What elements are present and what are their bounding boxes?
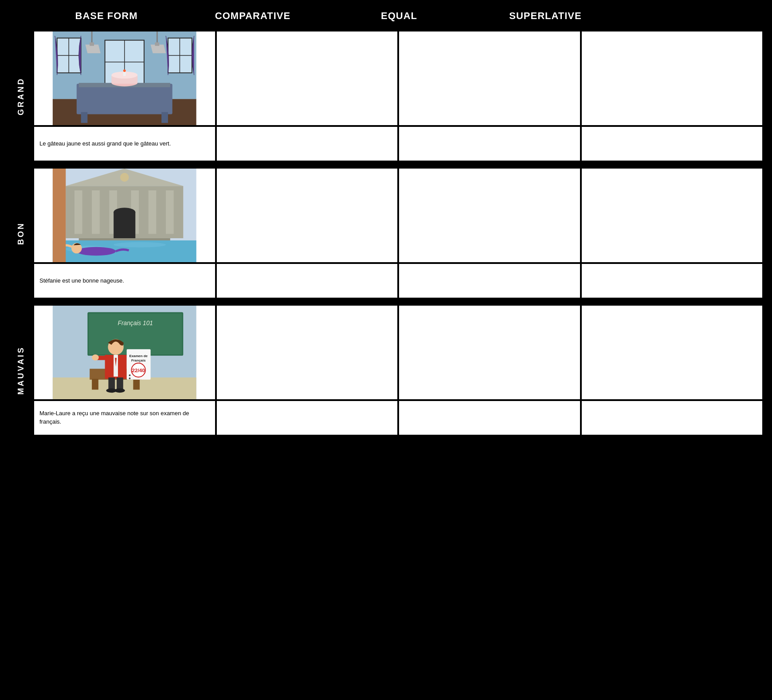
grand-label: GRAND bbox=[16, 77, 26, 115]
mauvais-base-text-cell: Marie-Laure a reçu une mauvaise note sur… bbox=[33, 400, 216, 436]
header-superlative: SUPERLATIVE bbox=[472, 7, 619, 25]
svg-point-46 bbox=[77, 247, 116, 256]
column-headers: BASE FORM COMPARATIVE EQUAL SUPERLATIVE bbox=[9, 7, 763, 25]
svg-rect-56 bbox=[92, 379, 98, 390]
svg-rect-17 bbox=[161, 112, 168, 123]
svg-rect-16 bbox=[81, 112, 88, 123]
svg-text:22/40: 22/40 bbox=[132, 367, 145, 373]
page-container: BASE FORM COMPARATIVE EQUAL SUPERLATIVE … bbox=[0, 0, 772, 442]
svg-point-76 bbox=[114, 388, 125, 393]
grand-equal-image-cell bbox=[398, 31, 581, 126]
grand-equal-text-cell bbox=[398, 126, 581, 161]
mauvais-label: MAUVAIS bbox=[16, 346, 26, 395]
mauvais-equal-image-cell bbox=[398, 305, 581, 400]
bon-label: BON bbox=[16, 222, 26, 245]
svg-rect-51 bbox=[53, 378, 196, 399]
svg-point-45 bbox=[114, 242, 166, 248]
svg-rect-25 bbox=[90, 43, 94, 46]
svg-rect-31 bbox=[74, 190, 82, 234]
sections-wrapper: GRAND bbox=[9, 31, 763, 436]
grand-label-col: GRAND bbox=[9, 31, 33, 161]
svg-rect-48 bbox=[53, 169, 66, 262]
bon-image-row bbox=[33, 168, 763, 263]
mauvais-superlative-text-cell bbox=[581, 400, 764, 436]
bon-section: BON bbox=[9, 168, 763, 299]
grand-base-text-cell: Le gâteau jaune est aussi grand que le g… bbox=[33, 126, 216, 161]
svg-rect-35 bbox=[149, 190, 157, 234]
bon-scene-svg bbox=[34, 169, 215, 262]
mauvais-section: MAUVAIS bbox=[9, 305, 763, 436]
svg-point-39 bbox=[114, 208, 135, 216]
grand-superlative-image-cell bbox=[581, 31, 764, 126]
svg-point-64 bbox=[92, 354, 99, 361]
bon-superlative-text-cell bbox=[581, 263, 764, 299]
header-spacer bbox=[9, 7, 33, 25]
grand-image-row bbox=[33, 31, 763, 126]
grand-section: GRAND bbox=[9, 31, 763, 161]
bon-equal-image-cell bbox=[398, 168, 581, 263]
grand-base-text: Le gâteau jaune est aussi grand que le g… bbox=[39, 140, 171, 148]
grand-base-image-cell bbox=[33, 31, 216, 126]
svg-text:Examen de: Examen de bbox=[129, 354, 148, 358]
bon-content: Stéfanie est une bonne nageuse. bbox=[33, 168, 763, 299]
bon-label-col: BON bbox=[9, 168, 33, 299]
grand-comparative-text-cell bbox=[216, 126, 399, 161]
mauvais-comparative-text-cell bbox=[216, 400, 399, 436]
svg-rect-36 bbox=[166, 190, 174, 234]
mauvais-base-text: Marie-Laure a reçu une mauvaise note sur… bbox=[39, 409, 210, 426]
svg-point-71 bbox=[129, 374, 131, 376]
mauvais-content: Français 101 bbox=[33, 305, 763, 436]
svg-rect-32 bbox=[92, 190, 100, 234]
grand-comparative-image-cell bbox=[216, 31, 399, 126]
svg-text:Français: Français bbox=[131, 358, 146, 362]
mauvais-superlative-image-cell bbox=[581, 305, 764, 400]
grand-content: Le gâteau jaune est aussi grand que le g… bbox=[33, 31, 763, 161]
svg-rect-28 bbox=[155, 43, 159, 46]
bon-comparative-text-cell bbox=[216, 263, 399, 299]
grand-scene-svg bbox=[34, 31, 215, 125]
bon-superlative-image-cell bbox=[581, 168, 764, 263]
bon-base-text: Stéfanie est une bonne nageuse. bbox=[39, 277, 124, 285]
bon-text-row: Stéfanie est une bonne nageuse. bbox=[33, 263, 763, 299]
svg-rect-14 bbox=[77, 84, 172, 114]
bon-equal-text-cell bbox=[398, 263, 581, 299]
header-equal: EQUAL bbox=[326, 7, 472, 25]
mauvais-image-row: Français 101 bbox=[33, 305, 763, 400]
header-comparative: COMPARATIVE bbox=[180, 7, 326, 25]
mauvais-label-col: MAUVAIS bbox=[9, 305, 33, 436]
bon-comparative-image-cell bbox=[216, 168, 399, 263]
grand-superlative-text-cell bbox=[581, 126, 764, 161]
svg-point-22 bbox=[123, 69, 126, 72]
bon-base-text-cell: Stéfanie est une bonne nageuse. bbox=[33, 263, 216, 299]
mauvais-equal-text-cell bbox=[398, 400, 581, 436]
bon-base-image-cell bbox=[33, 168, 216, 263]
mauvais-text-row: Marie-Laure a reçu une mauvaise note sur… bbox=[33, 400, 763, 436]
svg-text:Français 101: Français 101 bbox=[118, 320, 153, 326]
grand-text-row: Le gâteau jaune est aussi grand que le g… bbox=[33, 126, 763, 161]
svg-rect-57 bbox=[133, 379, 140, 390]
mauvais-base-image-cell: Français 101 bbox=[33, 305, 216, 400]
svg-point-49 bbox=[120, 173, 129, 182]
mauvais-comparative-image-cell bbox=[216, 305, 399, 400]
header-base-form: BASE FORM bbox=[33, 7, 180, 25]
mauvais-scene-svg: Français 101 bbox=[34, 306, 215, 399]
svg-point-72 bbox=[129, 378, 131, 379]
